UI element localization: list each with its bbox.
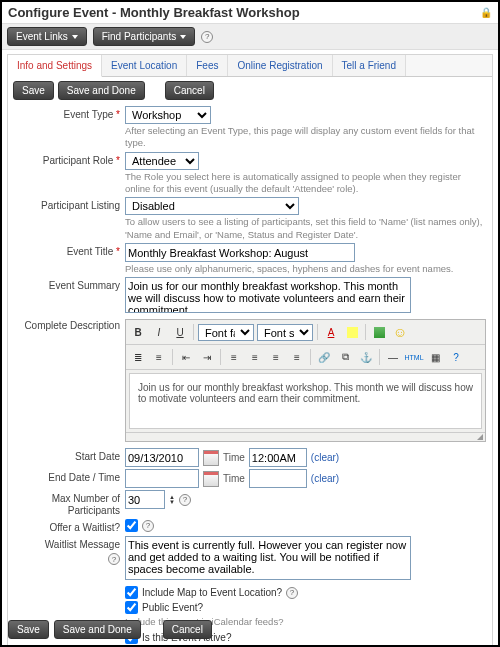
label-time: Time — [223, 473, 245, 484]
rich-text-editor: B I U Font family Font size A ☺ — [125, 319, 486, 442]
hr-icon[interactable]: — — [384, 348, 402, 366]
label-waitlist-message: Waitlist Message? — [14, 536, 125, 565]
align-center-icon[interactable]: ≡ — [246, 348, 264, 366]
indent-icon[interactable]: ⇥ — [198, 348, 216, 366]
cancel-button-bottom[interactable]: Cancel — [163, 620, 212, 639]
tab-online-registration[interactable]: Online Registration — [228, 55, 332, 76]
label-start-date: Start Date — [14, 448, 125, 463]
public-event-checkbox[interactable] — [125, 601, 138, 614]
save-and-done-button[interactable]: Save and Done — [58, 81, 145, 100]
help-icon[interactable]: ? — [142, 520, 154, 532]
unlink-icon[interactable]: ⧉ — [336, 348, 354, 366]
chevron-down-icon — [72, 35, 78, 39]
event-links-label: Event Links — [16, 31, 68, 42]
font-size-select[interactable]: Font size — [257, 324, 313, 341]
image-icon[interactable] — [370, 323, 388, 341]
find-participants-label: Find Participants — [102, 31, 176, 42]
clear-end-link[interactable]: (clear) — [311, 473, 339, 484]
help-icon[interactable]: ? — [447, 348, 465, 366]
help-icon[interactable]: ? — [179, 494, 191, 506]
label-participant-role: Participant Role — [14, 152, 125, 167]
separator — [310, 349, 311, 365]
save-button-bottom[interactable]: Save — [8, 620, 49, 639]
label-event-type: Event Type — [14, 106, 125, 121]
bold-icon[interactable]: B — [129, 323, 147, 341]
separator — [193, 324, 194, 340]
max-participants-input[interactable] — [125, 490, 165, 509]
separator — [379, 349, 380, 365]
tab-info-settings[interactable]: Info and Settings — [8, 55, 102, 77]
unordered-list-icon[interactable]: ≣ — [129, 348, 147, 366]
align-right-icon[interactable]: ≡ — [267, 348, 285, 366]
label-event-title: Event Title — [14, 243, 125, 258]
hint-event-type: After selecting an Event Type, this page… — [125, 125, 486, 150]
offer-waitlist-checkbox[interactable] — [125, 519, 138, 532]
save-button[interactable]: Save — [13, 81, 54, 100]
help-icon[interactable]: ? — [201, 31, 213, 43]
save-and-done-button-bottom[interactable]: Save and Done — [54, 620, 141, 639]
tab-tell-a-friend[interactable]: Tell a Friend — [333, 55, 406, 76]
label-max-participants: Max Number of Participants — [14, 490, 125, 517]
html-icon[interactable]: HTML — [405, 348, 423, 366]
participant-role-select[interactable]: Attendee — [125, 152, 199, 170]
participant-listing-select[interactable]: Disabled — [125, 197, 299, 215]
tab-fees[interactable]: Fees — [187, 55, 228, 76]
ordered-list-icon[interactable]: ≡ — [150, 348, 168, 366]
cancel-button[interactable]: Cancel — [165, 81, 214, 100]
anchor-icon[interactable]: ⚓ — [357, 348, 375, 366]
help-icon[interactable]: ? — [286, 587, 298, 599]
separator — [365, 324, 366, 340]
table-icon[interactable]: ▦ — [426, 348, 444, 366]
underline-icon[interactable]: U — [171, 323, 189, 341]
label-public-event: Public Event? — [142, 602, 203, 613]
help-icon[interactable]: ? — [108, 553, 120, 565]
start-date-input[interactable] — [125, 448, 199, 467]
highlight-icon[interactable] — [343, 323, 361, 341]
hint-participant-role: The Role you select here is automaticall… — [125, 171, 486, 196]
link-icon[interactable]: 🔗 — [315, 348, 333, 366]
event-type-select[interactable]: Workshop — [125, 106, 211, 124]
separator — [172, 349, 173, 365]
event-title-input[interactable] — [125, 243, 355, 262]
separator — [317, 324, 318, 340]
stepper-icon[interactable]: ▲▼ — [169, 495, 175, 505]
font-family-select[interactable]: Font family — [198, 324, 254, 341]
lock-icon: 🔒 — [480, 7, 492, 18]
start-time-input[interactable] — [249, 448, 307, 467]
waitlist-message-textarea[interactable]: This event is currently full. However yo… — [125, 536, 411, 580]
label-complete-description: Complete Description — [14, 317, 125, 332]
italic-icon[interactable]: I — [150, 323, 168, 341]
event-links-menu[interactable]: Event Links — [7, 27, 87, 46]
calendar-icon[interactable] — [203, 450, 219, 466]
chevron-down-icon — [180, 35, 186, 39]
align-justify-icon[interactable]: ≡ — [288, 348, 306, 366]
end-date-input[interactable] — [125, 469, 199, 488]
label-include-map: Include Map to Event Location? — [142, 587, 282, 598]
resize-handle-icon[interactable] — [126, 432, 485, 441]
label-offer-waitlist: Offer a Waitlist? — [14, 519, 125, 534]
hint-event-title: Please use only alphanumeric, spaces, hy… — [125, 263, 486, 275]
text-color-icon[interactable]: A — [322, 323, 340, 341]
hint-participant-listing: To allow users to see a listing of parti… — [125, 216, 486, 241]
event-summary-textarea[interactable]: Join us for our monthly breakfast worksh… — [125, 277, 411, 313]
align-left-icon[interactable]: ≡ — [225, 348, 243, 366]
label-event-summary: Event Summary — [14, 277, 125, 292]
outdent-icon[interactable]: ⇤ — [177, 348, 195, 366]
emoji-icon[interactable]: ☺ — [391, 323, 409, 341]
label-participant-listing: Participant Listing — [14, 197, 125, 212]
editor-content[interactable]: Join us for our monthly breakfast worksh… — [129, 373, 482, 429]
separator — [220, 349, 221, 365]
label-end-date: End Date / Time — [14, 469, 125, 484]
end-time-input[interactable] — [249, 469, 307, 488]
find-participants-menu[interactable]: Find Participants — [93, 27, 195, 46]
tab-event-location[interactable]: Event Location — [102, 55, 187, 76]
page-title: Configure Event - Monthly Breakfast Work… — [8, 5, 300, 20]
include-map-checkbox[interactable] — [125, 586, 138, 599]
calendar-icon[interactable] — [203, 471, 219, 487]
label-time: Time — [223, 452, 245, 463]
clear-start-link[interactable]: (clear) — [311, 452, 339, 463]
